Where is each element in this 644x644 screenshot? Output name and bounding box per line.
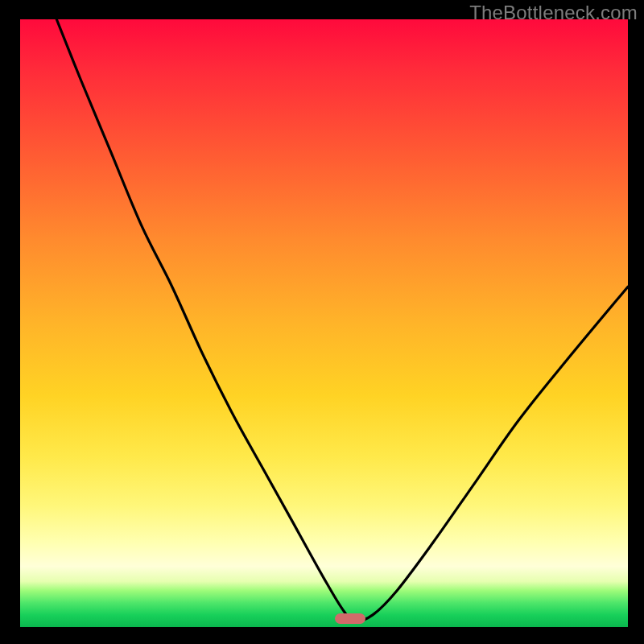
chart-stage: TheBottleneck.com [0,0,644,644]
bottleneck-curve [20,19,628,627]
gradient-plot-area [20,19,628,627]
optimal-marker [335,613,365,624]
watermark-text: TheBottleneck.com [469,2,638,24]
